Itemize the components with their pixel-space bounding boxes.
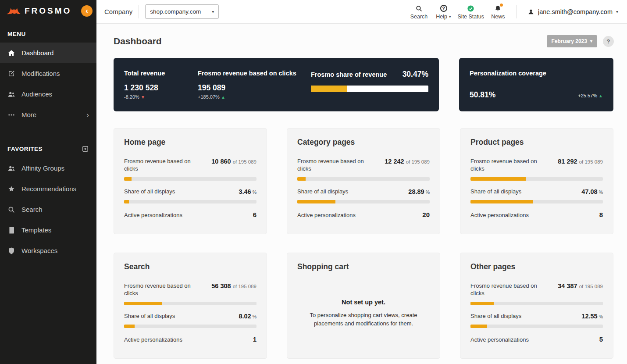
topbar-help-button[interactable]: ? Help ▾ bbox=[431, 4, 456, 20]
share-of-revenue-value: 30.47% bbox=[403, 70, 428, 79]
share-of-revenue-label: Frosmo share of revenue bbox=[311, 71, 387, 78]
edit-icon bbox=[7, 70, 15, 78]
frosmo-fox-icon bbox=[6, 7, 21, 16]
share-of-revenue-block: Frosmo share of revenue 30.47% bbox=[311, 70, 428, 100]
sidebar-item-affinity-groups[interactable]: Affinity Groups bbox=[0, 158, 96, 178]
active-metric-value: 20 bbox=[422, 211, 430, 218]
star-icon bbox=[7, 185, 15, 193]
active-metric-value: 6 bbox=[253, 211, 256, 218]
coverage-label: Personalization coverage bbox=[470, 70, 603, 77]
coverage-delta: +25.57% ▲ bbox=[578, 93, 603, 98]
sidebar-item-workspaces[interactable]: Workspaces bbox=[0, 240, 96, 261]
sidebar-item-label: Modifications bbox=[21, 70, 60, 77]
status-check-icon bbox=[467, 4, 474, 12]
share-metric-value: 28.89% bbox=[408, 188, 430, 195]
share-bar-fill bbox=[297, 200, 335, 203]
frosmo-revenue-label: Frosmo revenue based on clicks bbox=[198, 70, 311, 77]
revenue-metric-value: 34 387of 195 089 bbox=[558, 282, 603, 289]
chevron-left-icon: ‹ bbox=[86, 7, 88, 14]
ellipsis-icon bbox=[7, 111, 15, 119]
user-menu[interactable]: jane.smith@company.com ▾ bbox=[527, 8, 618, 15]
empty-state: Not set up yet. To personalize shopping … bbox=[297, 299, 430, 328]
page-title: Dashboard bbox=[114, 36, 162, 46]
share-metric-label: Share of all displays bbox=[124, 188, 191, 196]
help-label: Help bbox=[436, 14, 447, 20]
sidebar-item-audiences[interactable]: Audiences bbox=[0, 84, 96, 104]
site-select-value: shop.company.com bbox=[150, 8, 201, 15]
total-revenue-value: 1 230 528 bbox=[124, 83, 198, 93]
card-shopping-cart: Shopping cart Not set up yet. To persona… bbox=[287, 253, 440, 359]
period-selector-button[interactable]: February 2023 ▾ bbox=[547, 35, 597, 47]
page-help-button[interactable]: ? bbox=[603, 36, 614, 47]
search-label: Search bbox=[410, 14, 428, 20]
share-bar-fill bbox=[470, 325, 487, 328]
frosmo-revenue-block: Frosmo revenue based on clicks 195 089 +… bbox=[198, 70, 311, 100]
card-category-pages: Category pages Frosmo revenue based on c… bbox=[287, 128, 440, 234]
share-bar bbox=[470, 325, 603, 328]
summary-row: Total revenue 1 230 528 -8.20% ▼ Frosmo … bbox=[114, 58, 614, 111]
share-metric-value: 12.55% bbox=[581, 313, 603, 320]
page-header: Dashboard February 2023 ▾ ? bbox=[114, 35, 614, 47]
chevron-down-icon: ▾ bbox=[449, 14, 451, 19]
share-metric-value: 3.46% bbox=[239, 188, 256, 195]
revenue-bar-fill bbox=[470, 177, 526, 181]
total-revenue-delta: -8.20% ▼ bbox=[124, 94, 198, 100]
chevron-down-icon: ▾ bbox=[590, 39, 592, 43]
topbar-divider bbox=[139, 5, 139, 18]
frosmo-revenue-delta: +185.07% ▲ bbox=[198, 94, 311, 100]
company-label: Company bbox=[104, 8, 132, 15]
card-title: Home page bbox=[124, 138, 256, 147]
sidebar-item-modifications[interactable]: Modifications bbox=[0, 63, 96, 84]
sidebar-item-label: Search bbox=[21, 206, 43, 213]
site-select[interactable]: shop.company.com ▾ bbox=[145, 4, 219, 19]
sidebar-item-label: Affinity Groups bbox=[21, 164, 64, 172]
logo-row: FROSMO ‹ bbox=[0, 0, 96, 22]
total-revenue-block: Total revenue 1 230 528 -8.20% ▼ bbox=[124, 70, 198, 100]
share-bar bbox=[124, 325, 256, 328]
news-label: News bbox=[491, 14, 505, 20]
sidebar-collapse-button[interactable]: ‹ bbox=[81, 5, 93, 17]
chevron-down-icon: ▾ bbox=[212, 10, 214, 14]
topbar-divider bbox=[517, 5, 517, 18]
chevron-right-icon: › bbox=[86, 111, 89, 119]
card-home-page: Home page Frosmo revenue based on clicks… bbox=[114, 128, 267, 234]
active-metric-label: Active personalizations bbox=[297, 212, 364, 219]
share-bar bbox=[124, 200, 256, 203]
frosmo-revenue-value: 195 089 bbox=[198, 83, 311, 93]
user-email: jane.smith@company.com bbox=[538, 8, 613, 15]
active-metric-label: Active personalizations bbox=[470, 212, 537, 219]
sidebar-item-search[interactable]: Search bbox=[0, 199, 96, 220]
share-bar-fill bbox=[470, 200, 533, 203]
revenue-metric-value: 81 292of 195 089 bbox=[558, 158, 603, 165]
sidebar-item-templates[interactable]: Templates bbox=[0, 220, 96, 240]
share-of-revenue-bar-fill bbox=[311, 86, 347, 92]
card-title: Other pages bbox=[470, 262, 603, 271]
active-metric-label: Active personalizations bbox=[124, 212, 191, 219]
content: Dashboard February 2023 ▾ ? Total revenu… bbox=[96, 24, 627, 364]
share-bar-fill bbox=[124, 325, 135, 328]
revenue-summary-card: Total revenue 1 230 528 -8.20% ▼ Frosmo … bbox=[114, 58, 439, 111]
favorites-menu: Affinity Groups Recommendations Search T… bbox=[0, 158, 96, 261]
topbar-site-status-button[interactable]: Site Status bbox=[456, 4, 486, 20]
topbar-actions: Search ? Help ▾ Site Status bbox=[407, 4, 618, 20]
user-icon bbox=[527, 8, 534, 15]
topbar-search-button[interactable]: Search bbox=[407, 4, 431, 20]
revenue-metric-label: Frosmo revenue based on clicks bbox=[470, 282, 537, 297]
page-cards-grid: Home page Frosmo revenue based on clicks… bbox=[114, 128, 614, 359]
revenue-bar-fill bbox=[124, 302, 162, 305]
topbar-news-button[interactable]: News bbox=[486, 4, 510, 20]
period-label: February 2023 bbox=[552, 38, 587, 44]
main-menu: Dashboard Modifications Audiences More bbox=[0, 43, 96, 125]
card-title: Search bbox=[124, 262, 256, 271]
sidebar-item-dashboard[interactable]: Dashboard bbox=[0, 43, 96, 63]
main-column: Company shop.company.com ▾ Search ? bbox=[96, 0, 627, 364]
shield-icon bbox=[7, 247, 15, 255]
sidebar-item-recommendations[interactable]: Recommendations bbox=[0, 178, 96, 199]
add-favorite-icon[interactable] bbox=[82, 145, 89, 153]
revenue-metric-value: 12 242of 195 089 bbox=[385, 158, 430, 165]
book-icon bbox=[7, 226, 15, 234]
sidebar-item-more[interactable]: More › bbox=[0, 104, 96, 125]
bell-icon bbox=[494, 4, 502, 12]
card-search: Search Frosmo revenue based on clicks 56… bbox=[114, 253, 267, 359]
share-bar bbox=[297, 200, 430, 203]
